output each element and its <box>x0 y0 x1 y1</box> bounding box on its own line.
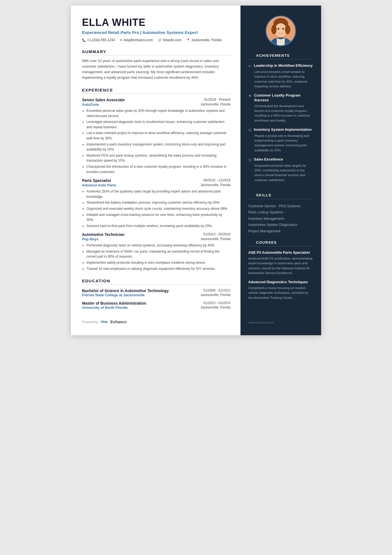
edu-degree: Bachelor of Science in Automotive Techno… <box>82 288 169 293</box>
course-title: Advanced Diagnostics Techniques <box>248 280 313 285</box>
skills-section: SKILLS Customer Service · POS Systems · … <box>240 193 321 235</box>
bullet-item: Leveraged advanced diagnostic tools to t… <box>86 119 230 130</box>
job-bullets: Performed diagnostic tests on vehicle sy… <box>82 243 230 271</box>
svg-point-4 <box>282 28 284 30</box>
edu-date: 01/2008 - 01/2012 <box>204 288 230 293</box>
header-section: ELLA WHITE Experienced Retail Parts Pro … <box>82 17 230 42</box>
candidate-title: Experienced Retail Parts Pro | Automotiv… <box>82 29 230 35</box>
job-title: Automotive Technician <box>82 232 125 237</box>
star-icon: ★ <box>248 93 252 98</box>
job-bullets: Exceeded personal sales goals by 20% thr… <box>82 108 230 174</box>
footer-url: www.enhancv.com <box>248 321 274 324</box>
skill-line: Inventory Management · <box>248 217 286 221</box>
achievement-item: ◎ Sales Excellence Surpassed personal sa… <box>248 157 313 182</box>
edu-header: Bachelor of Science in Automotive Techno… <box>82 288 230 293</box>
bullet-item: Mastered POS and parts lookup systems, s… <box>86 153 230 163</box>
achievement-desc: Played a pivotal role in developing and … <box>248 134 313 153</box>
job-company-row: AutoZone Jacksonville, Florida <box>82 102 230 107</box>
job-date: 06/2016 - 12/2018 <box>204 178 230 182</box>
course-desc: Achieved ASE P2 certification, demonstra… <box>248 256 313 275</box>
job-header: Automotive Technician 01/2013 - 05/2016 <box>82 232 230 237</box>
linkedin-icon: 🔗 <box>158 38 162 42</box>
svg-point-3 <box>278 28 279 30</box>
bullet-item: Led a team-oriented project to improve i… <box>86 130 230 141</box>
job-company-row: Pep Boys Jacksonville, Florida <box>82 237 230 241</box>
achievement-title: Sales Excellence <box>254 157 283 162</box>
circle-icon: ◎ <box>248 128 252 132</box>
phone-number: +1-(234)-555-1234 <box>87 38 115 42</box>
enhancv-logo-icon <box>100 320 108 324</box>
bullet-item: Implemented safety protocols resulting i… <box>86 260 230 265</box>
phone-icon: 📞 <box>82 38 86 42</box>
edu-date: 01/2013 - 01/2015 <box>204 301 230 305</box>
bullet-item: Exceeded personal sales goals by 20% thr… <box>86 108 230 119</box>
bullet-item: Sourced hard-to-find parts from multiple… <box>86 223 230 229</box>
contact-row: 📞 +1-(234)-555-1234 ✉ help@enhancv.com 🔗… <box>82 38 230 42</box>
job-item: Parts Specialist 06/2016 - 12/2018 Advan… <box>82 178 230 228</box>
education-section-title: EDUCATION <box>82 278 230 285</box>
left-column: ELLA WHITE Experienced Retail Parts Pro … <box>71 6 240 335</box>
footer-right: www.enhancv.com <box>240 321 321 324</box>
edu-degree: Master of Business Administration <box>82 301 146 305</box>
summary-text: With over 10 years of automotive parts e… <box>82 58 230 80</box>
achievement-title: Customer Loyalty Program Success <box>254 93 313 103</box>
summary-section-title: SUMMARY <box>82 49 230 55</box>
bullet-item: Implemented a parts inventory management… <box>86 142 230 152</box>
achievement-title: Inventory System Implementation <box>254 127 312 132</box>
course-desc: Completed a course focusing on modern ve… <box>248 286 313 300</box>
course-title: ASE P2 Automobile Parts Specialist <box>248 250 313 255</box>
achievement-desc: Surpassed personal sales targets by 20%,… <box>248 163 313 182</box>
location-text: Jacksonville, Florida <box>191 38 221 42</box>
pencil-icon: ✏ <box>248 64 252 68</box>
achievements-title: ACHIEVEMENTS <box>248 53 313 60</box>
svg-point-7 <box>285 25 290 34</box>
edu-school-row: Florida State College at Jacksonville Ja… <box>82 293 230 297</box>
achievement-header: ◎ Inventory System Implementation <box>248 127 313 132</box>
bullet-item: Initiated and managed cross-training ses… <box>86 212 230 223</box>
job-company: Advance Auto Parts <box>82 183 116 187</box>
job-company-row: Advance Auto Parts Jacksonville, Florida <box>82 183 230 187</box>
achievements-section: ACHIEVEMENTS ✏ Leadership in Workflow Ef… <box>240 53 321 187</box>
job-date: 01/2013 - 05/2016 <box>204 232 230 236</box>
achievement-item: ★ Customer Loyalty Program Success Orche… <box>248 93 313 123</box>
bullet-item: Organized and executed weekly stock cycl… <box>86 206 230 211</box>
linkedin-url: linkedin.com <box>163 38 182 42</box>
bullet-item: Trained 10 new employees in utilizing di… <box>86 266 230 272</box>
job-location: Jacksonville, Florida <box>200 102 230 107</box>
course-item: ASE P2 Automobile Parts Specialist Achie… <box>248 250 313 275</box>
circle-icon: ◎ <box>248 157 252 162</box>
skill-line: Automotive System Diagnostics · <box>248 223 299 227</box>
achievement-desc: Led and executed a team project to impro… <box>248 70 313 89</box>
location-icon: 📍 <box>186 38 190 42</box>
phone-contact: 📞 +1-(234)-555-1234 <box>82 38 115 42</box>
enhancv-brand-name: Enhancv <box>110 320 126 324</box>
linkedin-contact: 🔗 linkedin.com <box>158 38 182 42</box>
avatar <box>266 16 296 46</box>
bullet-item: Performed diagnostic tests on vehicle sy… <box>86 243 230 248</box>
achievement-title: Leadership in Workflow Efficiency <box>254 63 312 68</box>
location-contact: 📍 Jacksonville, Florida <box>186 38 221 42</box>
bullet-item: Managed an inventory of 5000+ car parts,… <box>86 249 230 259</box>
edu-location: Jacksonville, Florida <box>200 293 230 297</box>
skill-line: Customer Service · POS Systems · <box>248 204 302 208</box>
edu-school: University of North Florida <box>82 305 128 310</box>
job-header: Senior Sales Associate 01/2019 - Present <box>82 98 230 102</box>
job-location: Jacksonville, Florida <box>200 183 230 187</box>
avatar-image <box>266 16 295 46</box>
skills-title: SKILLS <box>248 193 313 199</box>
job-header: Parts Specialist 06/2016 - 12/2018 <box>82 178 230 183</box>
courses-title: COURSES <box>248 240 313 246</box>
candidate-name: ELLA WHITE <box>82 17 230 28</box>
footer-left: Powered by Enhancv <box>82 320 230 324</box>
bullet-item: Championed the introduction of a new cus… <box>86 164 230 174</box>
achievement-item: ◎ Inventory System Implementation Played… <box>248 127 313 153</box>
course-item: Advanced Diagnostics Techniques Complete… <box>248 280 313 300</box>
email-contact: ✉ help@enhancv.com <box>120 38 153 42</box>
experience-section-title: EXPERIENCE <box>82 88 230 94</box>
achievement-header: ◎ Sales Excellence <box>248 157 313 162</box>
education-item: Master of Business Administration 01/201… <box>82 301 230 310</box>
achievement-header: ★ Customer Loyalty Program Success <box>248 93 313 103</box>
job-title: Senior Sales Associate <box>82 98 125 102</box>
job-item: Senior Sales Associate 01/2019 - Present… <box>82 98 230 174</box>
courses-section: COURSES ASE P2 Automobile Parts Speciali… <box>240 240 321 305</box>
